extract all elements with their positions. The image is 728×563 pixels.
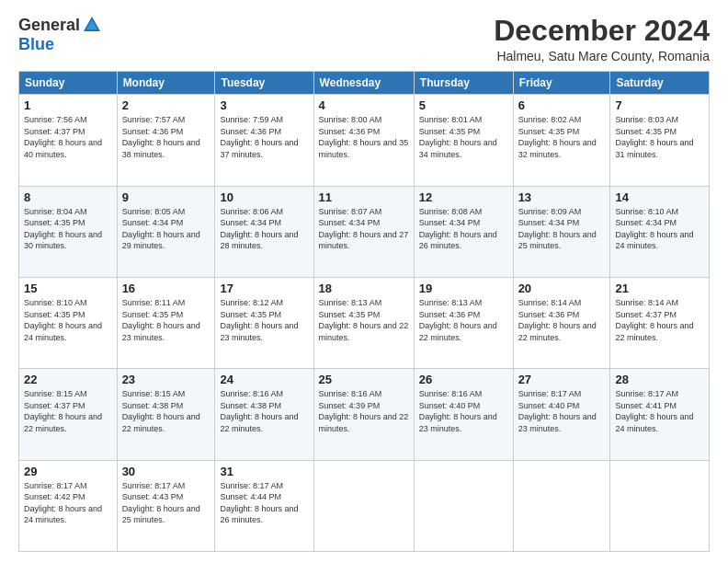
logo-blue-text: Blue [18, 35, 54, 53]
day-number: 13 [518, 190, 606, 204]
day-info: Sunrise: 8:10 AM Sunset: 4:35 PM Dayligh… [24, 297, 112, 343]
table-row: 9 Sunrise: 8:05 AM Sunset: 4:34 PM Dayli… [117, 186, 215, 277]
day-number: 10 [220, 190, 308, 204]
day-number: 14 [615, 190, 704, 204]
day-info: Sunrise: 8:17 AM Sunset: 4:42 PM Dayligh… [24, 480, 112, 526]
day-info: Sunrise: 8:03 AM Sunset: 4:35 PM Dayligh… [615, 114, 704, 160]
day-number: 8 [24, 190, 112, 204]
day-info: Sunrise: 8:16 AM Sunset: 4:40 PM Dayligh… [419, 388, 508, 434]
day-number: 12 [419, 190, 508, 204]
day-number: 22 [24, 373, 112, 386]
day-info: Sunrise: 8:17 AM Sunset: 4:41 PM Dayligh… [615, 388, 704, 434]
month-title: December 2024 [494, 15, 710, 47]
day-number: 31 [220, 465, 308, 478]
table-row: 8 Sunrise: 8:04 AM Sunset: 4:35 PM Dayli… [19, 186, 118, 277]
table-row: 23 Sunrise: 8:15 AM Sunset: 4:38 PM Dayl… [117, 369, 215, 460]
day-number: 11 [319, 190, 409, 204]
day-info: Sunrise: 8:13 AM Sunset: 4:35 PM Dayligh… [319, 297, 409, 343]
day-info: Sunrise: 8:06 AM Sunset: 4:34 PM Dayligh… [220, 206, 308, 252]
day-info: Sunrise: 8:14 AM Sunset: 4:36 PM Dayligh… [518, 297, 606, 343]
day-number: 26 [419, 373, 508, 386]
day-number: 6 [518, 98, 606, 112]
table-row: 30 Sunrise: 8:17 AM Sunset: 4:43 PM Dayl… [117, 460, 215, 551]
calendar-week-row: 22 Sunrise: 8:15 AM Sunset: 4:37 PM Dayl… [19, 369, 710, 460]
table-row: 11 Sunrise: 8:07 AM Sunset: 4:34 PM Dayl… [313, 186, 414, 277]
table-row: 13 Sunrise: 8:09 AM Sunset: 4:34 PM Dayl… [513, 186, 610, 277]
table-row: 3 Sunrise: 7:59 AM Sunset: 4:36 PM Dayli… [215, 95, 313, 186]
table-row [513, 460, 610, 551]
day-info: Sunrise: 8:17 AM Sunset: 4:43 PM Dayligh… [122, 480, 210, 526]
table-row: 16 Sunrise: 8:11 AM Sunset: 4:35 PM Dayl… [117, 277, 215, 368]
location-title: Halmeu, Satu Mare County, Romania [494, 49, 710, 63]
day-number: 7 [615, 98, 704, 112]
col-saturday: Saturday [610, 72, 710, 95]
table-row: 6 Sunrise: 8:02 AM Sunset: 4:35 PM Dayli… [513, 95, 610, 186]
col-sunday: Sunday [19, 72, 118, 95]
table-row: 5 Sunrise: 8:01 AM Sunset: 4:35 PM Dayli… [414, 95, 513, 186]
table-row: 17 Sunrise: 8:12 AM Sunset: 4:35 PM Dayl… [215, 277, 313, 368]
table-row: 21 Sunrise: 8:14 AM Sunset: 4:37 PM Dayl… [610, 277, 710, 368]
day-number: 18 [319, 282, 409, 295]
calendar-week-row: 1 Sunrise: 7:56 AM Sunset: 4:37 PM Dayli… [19, 95, 710, 186]
day-info: Sunrise: 8:09 AM Sunset: 4:34 PM Dayligh… [518, 206, 606, 252]
calendar-week-row: 29 Sunrise: 8:17 AM Sunset: 4:42 PM Dayl… [19, 460, 710, 551]
table-row: 20 Sunrise: 8:14 AM Sunset: 4:36 PM Dayl… [513, 277, 610, 368]
day-info: Sunrise: 8:13 AM Sunset: 4:36 PM Dayligh… [419, 297, 508, 343]
logo-icon [82, 15, 102, 35]
title-block: December 2024 Halmeu, Satu Mare County, … [494, 15, 710, 63]
day-number: 15 [24, 282, 112, 295]
day-number: 4 [319, 98, 409, 112]
table-row: 4 Sunrise: 8:00 AM Sunset: 4:36 PM Dayli… [313, 95, 414, 186]
table-row: 25 Sunrise: 8:16 AM Sunset: 4:39 PM Dayl… [313, 369, 414, 460]
day-info: Sunrise: 8:17 AM Sunset: 4:44 PM Dayligh… [220, 480, 308, 526]
table-row: 1 Sunrise: 7:56 AM Sunset: 4:37 PM Dayli… [19, 95, 118, 186]
logo: General Blue [18, 15, 102, 54]
day-info: Sunrise: 8:04 AM Sunset: 4:35 PM Dayligh… [24, 206, 112, 252]
calendar-week-row: 15 Sunrise: 8:10 AM Sunset: 4:35 PM Dayl… [19, 277, 710, 368]
logo-general-text: General [18, 16, 80, 35]
day-number: 24 [220, 373, 308, 386]
day-info: Sunrise: 8:15 AM Sunset: 4:37 PM Dayligh… [24, 388, 112, 434]
table-row: 12 Sunrise: 8:08 AM Sunset: 4:34 PM Dayl… [414, 186, 513, 277]
day-number: 9 [122, 190, 210, 204]
day-info: Sunrise: 8:16 AM Sunset: 4:39 PM Dayligh… [319, 388, 409, 434]
day-info: Sunrise: 7:59 AM Sunset: 4:36 PM Dayligh… [220, 114, 308, 160]
day-info: Sunrise: 8:10 AM Sunset: 4:34 PM Dayligh… [615, 206, 704, 252]
table-row: 7 Sunrise: 8:03 AM Sunset: 4:35 PM Dayli… [610, 95, 710, 186]
table-row: 14 Sunrise: 8:10 AM Sunset: 4:34 PM Dayl… [610, 186, 710, 277]
col-wednesday: Wednesday [313, 72, 414, 95]
day-number: 30 [122, 465, 210, 478]
table-row [610, 460, 710, 551]
day-number: 17 [220, 282, 308, 295]
day-info: Sunrise: 8:01 AM Sunset: 4:35 PM Dayligh… [419, 114, 508, 160]
day-info: Sunrise: 7:57 AM Sunset: 4:36 PM Dayligh… [122, 114, 210, 160]
day-info: Sunrise: 8:17 AM Sunset: 4:40 PM Dayligh… [518, 388, 606, 434]
day-info: Sunrise: 8:16 AM Sunset: 4:38 PM Dayligh… [220, 388, 308, 434]
day-info: Sunrise: 8:12 AM Sunset: 4:35 PM Dayligh… [220, 297, 308, 343]
table-row: 29 Sunrise: 8:17 AM Sunset: 4:42 PM Dayl… [19, 460, 118, 551]
table-row: 18 Sunrise: 8:13 AM Sunset: 4:35 PM Dayl… [313, 277, 414, 368]
table-row [313, 460, 414, 551]
table-row: 24 Sunrise: 8:16 AM Sunset: 4:38 PM Dayl… [215, 369, 313, 460]
day-number: 16 [122, 282, 210, 295]
day-number: 3 [220, 98, 308, 112]
calendar-table: Sunday Monday Tuesday Wednesday Thursday… [18, 71, 710, 552]
day-info: Sunrise: 8:05 AM Sunset: 4:34 PM Dayligh… [122, 206, 210, 252]
day-number: 28 [615, 373, 704, 386]
table-row: 15 Sunrise: 8:10 AM Sunset: 4:35 PM Dayl… [19, 277, 118, 368]
day-number: 19 [419, 282, 508, 295]
calendar-week-row: 8 Sunrise: 8:04 AM Sunset: 4:35 PM Dayli… [19, 186, 710, 277]
header: General Blue December 2024 Halmeu, Satu … [18, 15, 710, 63]
day-number: 5 [419, 98, 508, 112]
day-number: 29 [24, 465, 112, 478]
col-tuesday: Tuesday [215, 72, 313, 95]
table-row: 28 Sunrise: 8:17 AM Sunset: 4:41 PM Dayl… [610, 369, 710, 460]
day-info: Sunrise: 8:00 AM Sunset: 4:36 PM Dayligh… [319, 114, 409, 160]
calendar-header-row: Sunday Monday Tuesday Wednesday Thursday… [19, 72, 710, 95]
day-info: Sunrise: 8:14 AM Sunset: 4:37 PM Dayligh… [615, 297, 704, 343]
day-number: 23 [122, 373, 210, 386]
table-row [414, 460, 513, 551]
table-row: 27 Sunrise: 8:17 AM Sunset: 4:40 PM Dayl… [513, 369, 610, 460]
day-number: 20 [518, 282, 606, 295]
day-number: 21 [615, 282, 704, 295]
